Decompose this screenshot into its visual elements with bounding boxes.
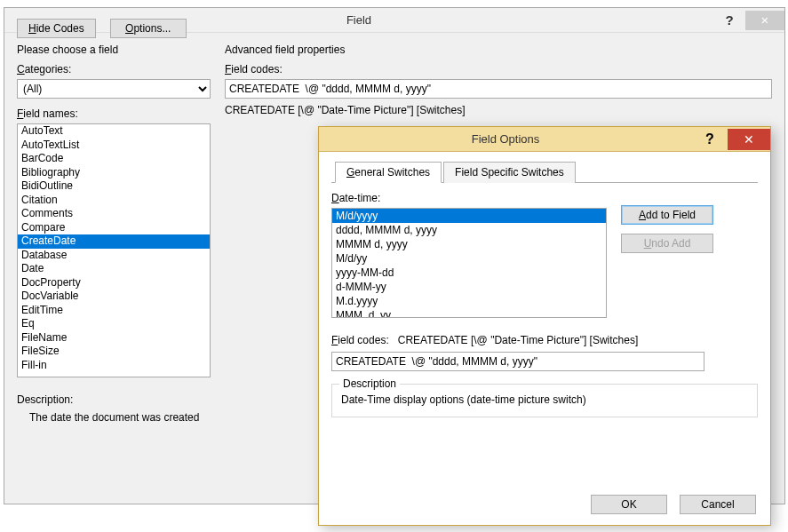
choose-field-label: Please choose a field: [17, 44, 211, 56]
field-name-item[interactable]: DocProperty: [18, 276, 210, 290]
field-name-item[interactable]: CreateDate: [18, 234, 210, 249]
date-time-item[interactable]: yyyy-MM-dd: [332, 266, 606, 280]
field-options-dialog: Field Options ? ✕ General Switches Field…: [318, 126, 771, 526]
options-description-text: Date-Time display options (date-time pic…: [341, 393, 748, 406]
options-button[interactable]: Options...: [110, 19, 187, 38]
field-name-item[interactable]: BidiOutline: [18, 179, 210, 194]
date-time-item[interactable]: dddd, MMMM d, yyyy: [332, 223, 606, 237]
options-titlebar: Field Options ? ✕: [319, 127, 770, 152]
tab-field-specific-switches[interactable]: Field Specific Switches: [443, 162, 576, 183]
field-name-item[interactable]: AutoText: [18, 124, 210, 139]
date-time-item[interactable]: d-MMM-yy: [332, 280, 606, 294]
close-button[interactable]: ×: [745, 11, 784, 30]
date-time-item[interactable]: MMMM d, yyyy: [332, 237, 606, 251]
date-time-item[interactable]: M/d/yy: [332, 251, 606, 266]
field-codes-input[interactable]: [225, 79, 772, 99]
field-name-item[interactable]: Fill-in: [18, 359, 210, 373]
date-time-listbox[interactable]: M/d/yyyydddd, MMMM d, yyyyMMMM d, yyyyM/…: [331, 208, 607, 318]
options-description-legend: Description: [339, 377, 400, 390]
categories-label: Categories:: [17, 63, 211, 75]
field-name-item[interactable]: AutoTextList: [18, 139, 210, 153]
field-name-item[interactable]: Eq: [18, 317, 210, 331]
field-name-item[interactable]: FileSize: [18, 345, 210, 359]
options-field-codes-label: Field codes:: [331, 334, 389, 346]
field-name-item[interactable]: Citation: [18, 194, 210, 208]
description-text: The date the document was created: [29, 411, 296, 424]
options-help-button[interactable]: ?: [692, 131, 728, 147]
date-time-item[interactable]: MMM. d, yy: [332, 308, 606, 318]
field-syntax-text: CREATEDATE [\@ "Date-Time Picture"] [Swi…: [225, 104, 772, 116]
date-time-label: Date-time:: [331, 192, 758, 204]
tab-general-switches[interactable]: General Switches: [335, 162, 442, 183]
ok-button[interactable]: OK: [591, 495, 667, 514]
cancel-button[interactable]: Cancel: [680, 495, 756, 514]
categories-combo[interactable]: (All): [17, 79, 211, 99]
field-name-item[interactable]: Comments: [18, 207, 210, 221]
field-name-item[interactable]: Database: [18, 249, 210, 263]
options-close-button[interactable]: ✕: [728, 129, 770, 150]
date-time-item[interactable]: M.d.yyyy: [332, 294, 606, 308]
field-name-item[interactable]: Compare: [18, 221, 210, 235]
field-name-item[interactable]: BarCode: [18, 152, 210, 166]
field-name-item[interactable]: EditTime: [18, 304, 210, 318]
field-name-item[interactable]: Bibliography: [18, 166, 210, 180]
field-name-item[interactable]: FileName: [18, 331, 210, 345]
date-time-item[interactable]: M/d/yyyy: [332, 209, 606, 223]
field-codes-label: Field codes:: [225, 63, 772, 75]
options-field-codes-input[interactable]: [331, 352, 704, 371]
field-name-item[interactable]: DocVariable: [18, 290, 210, 304]
hide-codes-button[interactable]: Hide Codes: [17, 19, 96, 38]
advanced-props-label: Advanced field properties: [225, 44, 772, 56]
add-to-field-button[interactable]: Add to Field: [621, 205, 713, 225]
undo-add-button[interactable]: Undo Add: [621, 234, 713, 253]
options-title: Field Options: [319, 132, 692, 146]
field-names-listbox[interactable]: AutoTextAutoTextListBarCodeBibliographyB…: [17, 123, 211, 377]
field-name-item[interactable]: Date: [18, 262, 210, 276]
description-label: Description:: [17, 393, 211, 406]
options-tabs: General Switches Field Specific Switches: [331, 161, 758, 183]
help-button[interactable]: ?: [713, 11, 745, 30]
field-names-label: Field names:: [17, 107, 211, 120]
options-syntax-text: CREATEDATE [\@ "Date-Time Picture"] [Swi…: [398, 334, 639, 346]
